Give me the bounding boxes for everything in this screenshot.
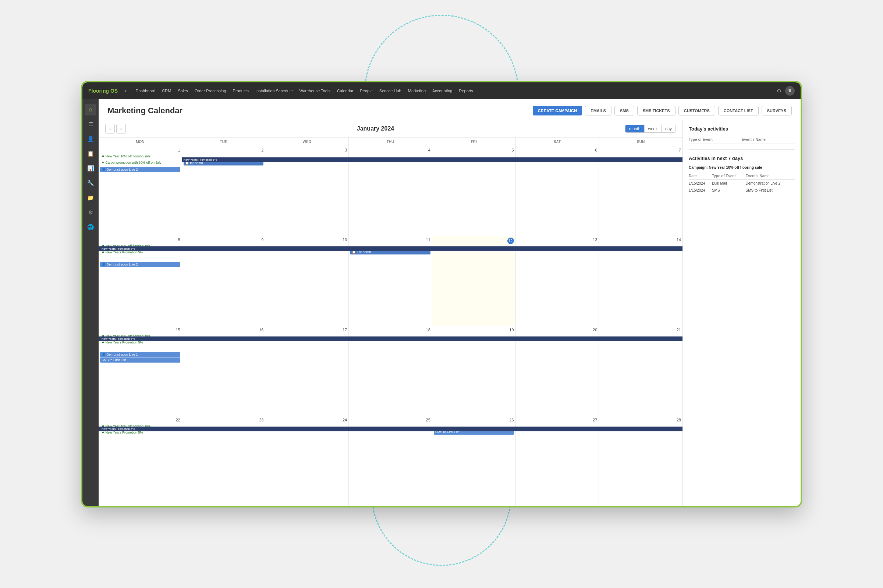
navbar-nav: Dashboard CRM Sales Order Processing Pro…: [133, 87, 773, 94]
sms-tickets-button[interactable]: SMS TICKETS: [637, 106, 676, 116]
user-avatar[interactable]: JL: [785, 86, 795, 96]
nav-products[interactable]: Products: [230, 87, 252, 94]
sidebar-gear-icon[interactable]: ⚙: [85, 207, 96, 218]
day-number-24: 24: [267, 418, 347, 422]
day-number-5: 5: [434, 148, 514, 152]
day-header-fri: FRI: [432, 138, 516, 146]
settings-icon[interactable]: ⚙: [777, 88, 781, 94]
page-title: Marketing Calendar: [107, 106, 182, 116]
next7days-table: Date Type of Event Event's Name 1/15/202…: [689, 172, 795, 194]
nav-crm[interactable]: CRM: [159, 87, 174, 94]
next7days-row: 1/15/2024 SMS SMS to First List: [689, 187, 795, 194]
emails-button[interactable]: EMAILS: [585, 106, 611, 116]
next7days-date: 1/15/2024: [689, 187, 712, 194]
nav-dashboard[interactable]: Dashboard: [133, 87, 159, 94]
col-date: Date: [689, 172, 712, 180]
month-view-button[interactable]: month: [625, 125, 644, 132]
sms-button[interactable]: SMS: [614, 106, 634, 116]
col-type-of-event: Type of Event: [712, 172, 746, 180]
nav-marketing[interactable]: Marketing: [405, 87, 429, 94]
calendar-weeks: 1 ✱ New Year 10% off flooring sale ✱ Car…: [99, 146, 682, 506]
nav-service-hub[interactable]: Service Hub: [376, 87, 404, 94]
page-header: Marketing Calendar CREATE CAMPAIGN EMAIL…: [99, 99, 800, 120]
cal-day-2[interactable]: 2 New Years Promotion 5% 📋 for demo: [182, 146, 266, 236]
today-activities-title: Today's activities: [689, 126, 795, 132]
day-header-wed: WED: [265, 138, 349, 146]
day-header-sun: SUN: [599, 138, 682, 146]
day-view-button[interactable]: day: [662, 125, 676, 132]
day-header-sat: SAT: [516, 138, 599, 146]
nav-calendar[interactable]: Calendar: [334, 87, 356, 94]
nav-people[interactable]: People: [357, 87, 375, 94]
day-number-13: 13: [517, 237, 598, 242]
day-number-25: 25: [350, 418, 431, 422]
customers-button[interactable]: CUSTOMERS: [679, 106, 715, 116]
event-sms-first-list-w3[interactable]: SMS to First List: [100, 357, 180, 363]
next7days-type: SMS: [712, 187, 746, 194]
day-number-23: 23: [183, 418, 264, 422]
prev-month-button[interactable]: ‹: [105, 124, 115, 134]
day-number-7: 7: [601, 148, 681, 152]
campaign-label: Campaign: New Year 10% off flooring sale: [689, 165, 795, 170]
nav-accounting[interactable]: Accounting: [429, 87, 455, 94]
sidebar-globe-icon[interactable]: 🌐: [85, 221, 96, 233]
sidebar-user-icon[interactable]: 👤: [85, 133, 96, 145]
event-new-year-sale-w1[interactable]: ✱ New Year 10% off flooring sale: [100, 154, 180, 159]
day-number-26: 26: [434, 418, 514, 422]
day-number-10: 10: [267, 237, 347, 242]
cal-day-1[interactable]: 1 ✱ New Year 10% off flooring sale ✱ Car…: [99, 146, 182, 236]
day-number-15: 15: [100, 328, 180, 332]
day-number-21: 21: [601, 328, 681, 332]
navbar: Flooring OS > Dashboard CRM Sales Order …: [83, 82, 800, 99]
contact-list-button[interactable]: CONTACT LIST: [718, 106, 758, 116]
next7days-event-name: SMS to First List: [745, 187, 795, 194]
next7days-type: Bulk Mail: [712, 180, 746, 187]
sidebar-folder-icon[interactable]: 📁: [85, 192, 96, 204]
day-number-4: 4: [350, 148, 431, 152]
calendar-grid: MON TUE WED THU FRI SAT SUN: [99, 138, 682, 506]
event-demo-live-2-w2[interactable]: 👤 Demonstration Live 2: [100, 262, 180, 267]
sidebar: ⌂ ☰ 👤 📋 📊 🔧 📁 ⚙ 🌐: [83, 99, 99, 506]
calendar-week-3: New Years Promotion 5% 15 ✱ New Year 10%…: [99, 326, 682, 416]
event-carpet-promo-w1[interactable]: ✱ Carpet promotion with 30% off on July: [100, 160, 180, 165]
nav-installation-schedule[interactable]: Installation Schedule: [252, 87, 296, 94]
next7days-date: 1/15/2024: [689, 180, 712, 187]
sidebar-home-icon[interactable]: ⌂: [85, 104, 96, 116]
sidebar-chart-icon[interactable]: 📊: [85, 162, 96, 174]
event-demo-live-2-w1[interactable]: 👤 Demonstration Live 2: [100, 167, 180, 172]
day-number-27: 27: [517, 418, 598, 422]
event-demo-live-1-w3[interactable]: 👤 Demonstration Live 1: [100, 352, 180, 357]
day-number-20: 20: [517, 328, 598, 332]
week-view-button[interactable]: week: [644, 125, 662, 132]
calendar-navigation: ‹ ›: [105, 124, 126, 134]
next7days-row: 1/15/2024 Bulk Mail Demonstration Live 2: [689, 180, 795, 187]
calendar-month-label: January 2024: [357, 125, 394, 132]
breadcrumb-separator: >: [125, 88, 126, 93]
day-number-12: 12: [508, 237, 514, 244]
sidebar-tool-icon[interactable]: 🔧: [85, 177, 96, 189]
day-number-17: 17: [267, 328, 347, 332]
day-number-14: 14: [601, 237, 681, 242]
app-window: Flooring OS > Dashboard CRM Sales Order …: [81, 81, 802, 507]
app-logo: Flooring OS: [88, 88, 118, 94]
nav-reports[interactable]: Reports: [456, 87, 476, 94]
col-events-name: Event's Name: [745, 172, 795, 180]
nav-sales[interactable]: Sales: [175, 87, 191, 94]
sidebar-list-icon[interactable]: 📋: [85, 148, 96, 160]
right-panel: Today's activities Type of Event Event's…: [683, 120, 800, 506]
day-number-19: 19: [434, 328, 514, 332]
day-header-thu: THU: [349, 138, 432, 146]
calendar-main: ‹ › January 2024 month week day: [99, 120, 683, 506]
calendar-nav-header: ‹ › January 2024 month week day: [99, 120, 682, 138]
nav-warehouse-tools[interactable]: Warehouse Tools: [297, 87, 333, 94]
next7days-title: Activities in next 7 days: [689, 156, 795, 161]
create-campaign-button[interactable]: CREATE CAMPAIGN: [533, 106, 583, 116]
day-number-1: 1: [100, 148, 180, 152]
day-number-11: 11: [350, 237, 431, 242]
next-month-button[interactable]: ›: [116, 124, 126, 134]
surveys-button[interactable]: SURVEYS: [761, 106, 792, 116]
nav-order-processing[interactable]: Order Processing: [192, 87, 229, 94]
day-number-2: 2: [183, 148, 264, 152]
content-area: ⌂ ☰ 👤 📋 📊 🔧 📁 ⚙ 🌐 Marketing Calendar CRE…: [83, 99, 800, 506]
sidebar-menu-icon[interactable]: ☰: [85, 118, 96, 130]
